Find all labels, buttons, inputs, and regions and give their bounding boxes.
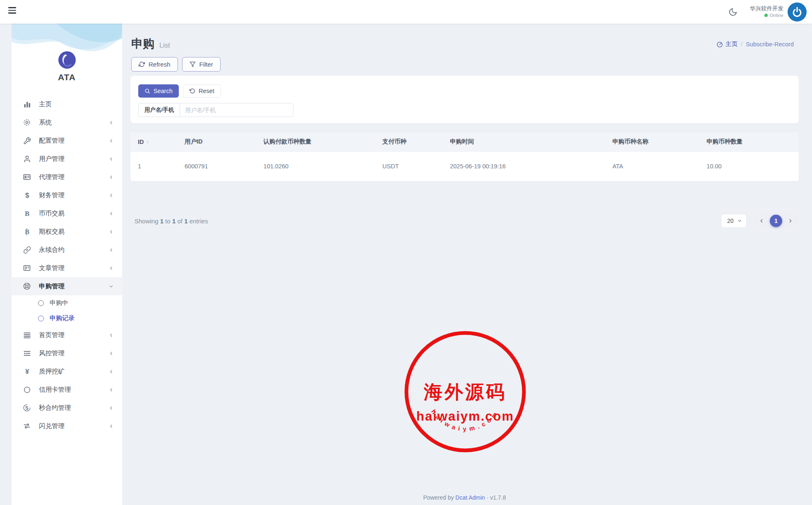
sidebar-item-subscribe[interactable]: 申购管理	[12, 277, 122, 295]
sidebar-item-label: 币币交易	[39, 209, 108, 218]
pagination: 20 1	[721, 214, 799, 228]
chevron-left-icon	[108, 211, 114, 216]
header-id[interactable]: ID↑	[130, 132, 177, 151]
table-row[interactable]: 1 6000791 101.0260 USDT 2025-06-19 00:19…	[130, 151, 799, 181]
table-header-row: ID↑ 用户ID 认购付款币种数量 支付币种 申购时间 申购币种名称 申购币种数…	[130, 132, 799, 151]
page-number-current[interactable]: 1	[770, 215, 782, 227]
chevron-left-icon	[108, 247, 114, 253]
breadcrumb: 主页 / Subscribe-Record	[716, 40, 794, 48]
refresh-button[interactable]: Refresh	[131, 57, 178, 72]
next-page-button[interactable]	[788, 218, 793, 224]
sidebar-item-label: 代理管理	[39, 173, 108, 182]
chevron-left-icon	[108, 405, 114, 411]
cell-subscribe-time: 2025-06-19 00:19:16	[442, 151, 605, 181]
filter-button[interactable]: Filter	[182, 57, 221, 72]
svg-text:haiwaiym.com: haiwaiym.com	[430, 408, 500, 433]
sidebar-item-config[interactable]: 配置管理	[12, 132, 122, 150]
sidebar-item-label: 期权交易	[39, 227, 108, 236]
filter-buttons: Search Reset	[138, 84, 221, 98]
sidebar-item-label: 文章管理	[39, 264, 108, 273]
username-filter-label: 用户名/手机	[139, 103, 180, 117]
header-user-id: 用户ID	[177, 132, 256, 151]
online-label: Online	[770, 12, 783, 18]
sidebar: ATA 主页 系统 配置管理	[12, 24, 122, 505]
chevron-left-icon	[108, 138, 114, 144]
subscribe-submenu: 申购中 申购记录	[12, 295, 122, 326]
sidebar-item-perpetual[interactable]: 永续合约	[12, 241, 122, 259]
version-label: v1.7.8	[490, 494, 506, 501]
page-size-select[interactable]: 20	[721, 214, 747, 228]
sidebar-item-users[interactable]: 用户管理	[12, 150, 122, 168]
cell-coin-name: ATA	[605, 151, 699, 181]
sidebar-item-label: 申购管理	[39, 282, 108, 291]
cell-user-id: 6000791	[177, 151, 256, 181]
circle-icon	[38, 316, 44, 321]
life-buoy-icon	[22, 282, 31, 290]
filter-funnel-icon	[190, 61, 196, 67]
stamp-center-cn-text: 海外源码	[423, 381, 507, 403]
dcat-admin-link[interactable]: Dcat Admin	[455, 494, 485, 501]
sidebar-item-subscribe-record[interactable]: 申购记录	[12, 311, 122, 326]
sort-asc-icon[interactable]: ↑	[147, 139, 149, 145]
user-icon	[22, 155, 31, 163]
reset-icon	[190, 88, 195, 94]
sidebar-item-second-contract[interactable]: 5 秒合约管理	[12, 399, 122, 417]
reset-button[interactable]: Reset	[183, 84, 221, 98]
sidebar-item-agents[interactable]: 代理管理	[12, 168, 122, 186]
chevron-down-icon	[108, 284, 114, 289]
sidebar-item-label: 主页	[39, 100, 114, 109]
dashboard-icon	[716, 41, 723, 48]
username-filter-input[interactable]	[180, 103, 293, 117]
user-status: Online	[750, 12, 783, 18]
page-subtitle: List	[159, 41, 170, 49]
svg-text:5: 5	[26, 405, 29, 411]
chevron-left-icon	[108, 369, 114, 374]
brand-area[interactable]: ATA	[12, 24, 122, 86]
chevron-left-icon	[108, 193, 114, 198]
grid-toolbar: Refresh Filter	[131, 57, 221, 72]
header-subscribe-time: 申购时间	[442, 132, 605, 151]
sidebar-item-flash-exchange[interactable]: 闪兑管理	[12, 417, 122, 435]
search-button[interactable]: Search	[138, 84, 179, 98]
sidebar-item-label: 质押挖矿	[39, 367, 108, 376]
sidebar-item-home[interactable]: 主页	[12, 95, 122, 113]
chevron-down-icon	[737, 218, 742, 223]
cell-pay-amount: 101.0260	[256, 151, 375, 181]
user-name: 华兴软件开发	[750, 5, 783, 12]
sidebar-item-label: 秒合约管理	[39, 404, 108, 412]
sidebar-item-options-trading[interactable]: B 期权交易	[12, 223, 122, 241]
svg-text:$: $	[25, 191, 29, 199]
sidebar-toggle-icon[interactable]	[8, 7, 17, 16]
newspaper-icon	[22, 264, 31, 272]
stamp-center-en-text: haiwaiym.com	[416, 409, 514, 424]
sidebar-item-risk-control[interactable]: 风控管理	[12, 344, 122, 362]
breadcrumb-home-link[interactable]: 主页	[716, 40, 738, 48]
sidebar-item-label: 信用卡管理	[39, 385, 108, 394]
header-pay-currency: 支付币种	[375, 132, 442, 151]
dark-mode-toggle-icon[interactable]	[728, 7, 738, 17]
sidebar-menu: 主页 系统 配置管理 用户管理	[12, 95, 122, 435]
search-icon	[144, 88, 150, 94]
chevron-left-icon	[108, 120, 114, 125]
sidebar-item-subscribing[interactable]: 申购中	[12, 295, 122, 311]
page-title: 申购	[131, 36, 154, 52]
dollar-icon: $	[22, 191, 31, 199]
chevron-left-icon	[108, 229, 114, 235]
prev-page-button[interactable]	[759, 218, 764, 224]
sidebar-item-credit-card[interactable]: 信用卡管理	[12, 381, 122, 399]
svg-text:¥: ¥	[25, 368, 29, 376]
svg-text:B: B	[24, 210, 29, 218]
sidebar-item-articles[interactable]: 文章管理	[12, 259, 122, 277]
sidebar-item-staking[interactable]: ¥ 质押挖矿	[12, 362, 122, 381]
entries-summary: Showing 1 to 1 of 1 entries	[135, 218, 208, 225]
sidebar-item-homepage-mgmt[interactable]: 首页管理	[12, 326, 122, 344]
sidebar-item-label: 永续合约	[39, 246, 108, 254]
sidebar-item-system[interactable]: 系统	[12, 113, 122, 132]
sidebar-item-spot-trading[interactable]: B 币币交易	[12, 204, 122, 223]
sidebar-item-finance[interactable]: $ 财务管理	[12, 186, 122, 204]
username-filter-group: 用户名/手机	[138, 103, 293, 117]
sidebar-item-label: 申购记录	[50, 314, 74, 322]
user-avatar[interactable]	[788, 2, 807, 22]
chevron-left-icon	[108, 387, 114, 393]
sidebar-item-label: 首页管理	[39, 331, 108, 340]
